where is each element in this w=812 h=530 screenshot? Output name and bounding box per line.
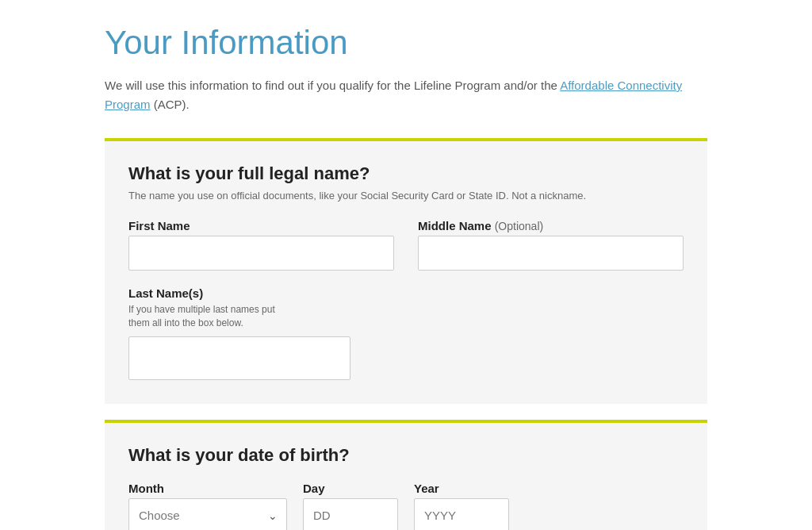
name-section-subtitle: The name you use on official documents, …: [128, 189, 684, 203]
dob-section: What is your date of birth? Month Choose…: [105, 420, 707, 530]
year-label: Year: [414, 482, 509, 495]
last-name-input[interactable]: [128, 336, 350, 380]
name-section: What is your full legal name? The name y…: [105, 138, 707, 404]
year-input[interactable]: [414, 498, 509, 530]
middle-name-group: Middle Name (Optional): [418, 219, 684, 271]
day-label: Day: [303, 482, 398, 495]
dob-fields-row: Month Choose JanuaryFebruaryMarchAprilMa…: [128, 482, 684, 530]
month-select[interactable]: Choose JanuaryFebruaryMarchAprilMayJuneJ…: [128, 498, 287, 530]
description-text-before: We will use this information to find out…: [105, 79, 560, 92]
middle-name-label: Middle Name (Optional): [418, 219, 684, 232]
description-text-after: (ACP).: [151, 98, 190, 111]
month-label: Month: [128, 482, 287, 495]
last-name-label: Last Name(s): [128, 286, 350, 300]
middle-name-optional: (Optional): [495, 220, 543, 232]
year-field-group: Year: [414, 482, 509, 530]
first-middle-name-row: First Name Middle Name (Optional): [128, 219, 684, 271]
day-field-group: Day: [303, 482, 398, 530]
month-select-wrapper: Choose JanuaryFebruaryMarchAprilMayJuneJ…: [128, 498, 287, 530]
dob-section-title: What is your date of birth?: [128, 445, 684, 466]
last-name-group: Last Name(s) If you have multiple last n…: [128, 286, 350, 380]
month-field-group: Month Choose JanuaryFebruaryMarchAprilMa…: [128, 482, 287, 530]
first-name-label: First Name: [128, 219, 394, 232]
first-name-input[interactable]: [128, 236, 394, 271]
middle-name-input[interactable]: [418, 236, 684, 271]
first-name-group: First Name: [128, 219, 394, 271]
last-name-sublabel: If you have multiple last names put them…: [128, 303, 287, 330]
day-input[interactable]: [303, 498, 398, 530]
page-title: Your Information: [105, 24, 707, 62]
page-description: We will use this information to find out…: [105, 76, 707, 114]
name-section-title: What is your full legal name?: [128, 163, 684, 184]
